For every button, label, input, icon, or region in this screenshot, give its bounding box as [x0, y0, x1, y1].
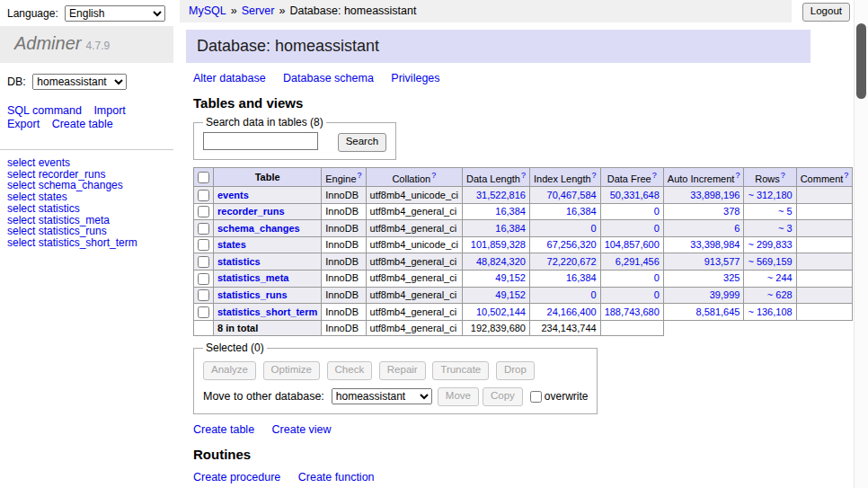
app-name-link[interactable]: Adminer [14, 33, 81, 53]
data-length-link[interactable]: 48,824,320 [476, 256, 526, 267]
analyze-button[interactable]: Analyze [203, 361, 256, 380]
rows-count-link[interactable]: ~ 5 [778, 206, 793, 217]
help-link[interactable]: ? [358, 171, 362, 180]
scrollbar-thumb[interactable] [856, 23, 866, 99]
table-name-link[interactable]: states [217, 239, 246, 250]
auto-increment-link[interactable]: 8,581,645 [695, 306, 740, 317]
help-link[interactable]: ? [735, 171, 740, 180]
table-name-link[interactable]: statistics_runs [217, 289, 288, 300]
auto-increment-link[interactable]: 33,898,196 [690, 190, 740, 200]
data-free-link[interactable]: 104,857,600 [605, 239, 660, 250]
sidebar-link-import[interactable]: Import [93, 104, 125, 117]
table-name-link[interactable]: statistics [217, 256, 261, 267]
help-link[interactable]: ? [652, 171, 657, 180]
help-link[interactable]: ? [431, 171, 436, 180]
table-name-link[interactable]: statistics_short_term [217, 306, 317, 317]
rows-count-link[interactable]: ~ 569,159 [748, 256, 792, 267]
overwrite-option[interactable]: overwrite [530, 390, 589, 403]
rows-count-link[interactable]: ~ 136,108 [748, 306, 792, 317]
auto-increment-link[interactable]: 913,577 [704, 256, 740, 267]
index-length-link[interactable]: 67,256,320 [547, 239, 597, 250]
move-db-select[interactable]: homeassistant [332, 388, 432, 404]
rows-count-link[interactable]: ~ 299,833 [748, 239, 792, 250]
language-select[interactable]: English [65, 5, 165, 22]
data-free-link[interactable]: 0 [654, 289, 660, 300]
select-all-checkbox[interactable] [198, 172, 209, 183]
row-checkbox-schema-changes[interactable] [198, 223, 209, 235]
rows-count-link[interactable]: ~ 244 [767, 272, 793, 283]
row-checkbox-states[interactable] [198, 239, 209, 251]
data-length-link[interactable]: 16,384 [495, 206, 526, 217]
create-table-link[interactable]: Create table [193, 423, 254, 436]
index-length-link[interactable]: 16,384 [566, 206, 597, 217]
copy-button[interactable]: Copy [483, 387, 523, 406]
sidebar-link-export[interactable]: Export [7, 118, 40, 130]
create-function-link[interactable]: Create function [298, 471, 375, 484]
data-free-link[interactable]: 188,743,680 [605, 306, 660, 317]
data-length-link[interactable]: 31,522,816 [476, 190, 526, 200]
drop-button[interactable]: Drop [496, 361, 535, 380]
create-procedure-link[interactable]: Create procedure [193, 471, 280, 484]
index-length-link[interactable]: 72,220,672 [547, 256, 597, 267]
auto-increment-link[interactable]: 39,999 [710, 289, 740, 300]
help-link[interactable]: ? [781, 171, 785, 180]
data-length-link[interactable]: 10,502,144 [476, 306, 526, 317]
search-input[interactable] [203, 132, 318, 150]
rows-count-link[interactable]: ~ 3 [778, 223, 793, 234]
auto-increment-link[interactable]: 6 [734, 223, 740, 234]
index-length-link[interactable]: 0 [591, 223, 597, 234]
sidebar-link-sql-command[interactable]: SQL command [7, 104, 82, 117]
help-link[interactable]: ? [844, 171, 848, 180]
optimize-button[interactable]: Optimize [263, 361, 320, 380]
breadcrumb-link-server[interactable]: Server [242, 4, 275, 17]
row-checkbox-events[interactable] [198, 190, 209, 201]
alter-database-link[interactable]: Alter database [193, 72, 266, 84]
row-checkbox-statistics[interactable] [198, 256, 209, 268]
table-name-link[interactable]: statistics_meta [217, 272, 289, 283]
overwrite-checkbox[interactable] [530, 391, 542, 403]
data-length-link[interactable]: 16,384 [495, 223, 526, 234]
help-link[interactable]: ? [592, 171, 597, 180]
sidebar-item-select-events[interactable]: select events [7, 157, 166, 169]
auto-increment-link[interactable]: 378 [723, 206, 740, 217]
truncate-button[interactable]: Truncate [432, 361, 489, 380]
sidebar-item-select-statistics[interactable]: select statistics [7, 203, 166, 215]
move-button[interactable]: Move [438, 387, 479, 406]
help-link[interactable]: ? [521, 171, 526, 180]
index-length-link[interactable]: 24,166,400 [547, 306, 597, 317]
data-free-link[interactable]: 0 [654, 223, 660, 234]
table-name-link[interactable]: events [217, 190, 249, 200]
table-name-link[interactable]: schema_changes [217, 223, 300, 234]
sidebar-item-select-statistics-short-term[interactable]: select statistics_short_term [7, 237, 166, 249]
row-checkbox-statistics-runs[interactable] [198, 289, 209, 301]
create-view-link[interactable]: Create view [272, 423, 332, 436]
database-schema-link[interactable]: Database schema [283, 72, 374, 84]
search-button[interactable]: Search [338, 133, 386, 152]
auto-increment-link[interactable]: 33,398,984 [690, 239, 740, 250]
vertical-scrollbar[interactable] [854, 0, 868, 488]
index-length-link[interactable]: 70,467,584 [547, 190, 597, 200]
data-length-link[interactable]: 49,152 [495, 272, 526, 283]
row-checkbox-statistics-meta[interactable] [198, 273, 209, 285]
data-free-link[interactable]: 0 [654, 272, 660, 283]
repair-button[interactable]: Repair [379, 361, 426, 380]
check-button[interactable]: Check [327, 361, 373, 380]
db-select[interactable]: homeassistant [32, 74, 127, 90]
rows-count-link[interactable]: ~ 628 [767, 289, 793, 300]
table-name-link[interactable]: recorder_runs [217, 206, 285, 217]
privileges-link[interactable]: Privileges [391, 72, 439, 84]
row-checkbox-statistics-short-term[interactable] [198, 306, 209, 318]
logout-button[interactable]: Logout [802, 3, 850, 22]
data-free-link[interactable]: 0 [654, 206, 660, 217]
auto-increment-link[interactable]: 325 [723, 272, 740, 283]
data-length-link[interactable]: 101,859,328 [471, 239, 526, 250]
data-free-link[interactable]: 6,291,456 [616, 256, 660, 267]
index-length-link[interactable]: 16,384 [566, 272, 597, 283]
row-checkbox-recorder-runs[interactable] [198, 206, 209, 217]
sidebar-item-select-states[interactable]: select states [7, 191, 166, 203]
rows-count-link[interactable]: ~ 312,180 [748, 190, 792, 200]
index-length-link[interactable]: 0 [591, 289, 597, 300]
sidebar-link-create-table[interactable]: Create table [52, 118, 113, 130]
breadcrumb-link-mysql[interactable]: MySQL [189, 4, 226, 17]
data-length-link[interactable]: 49,152 [495, 289, 526, 300]
